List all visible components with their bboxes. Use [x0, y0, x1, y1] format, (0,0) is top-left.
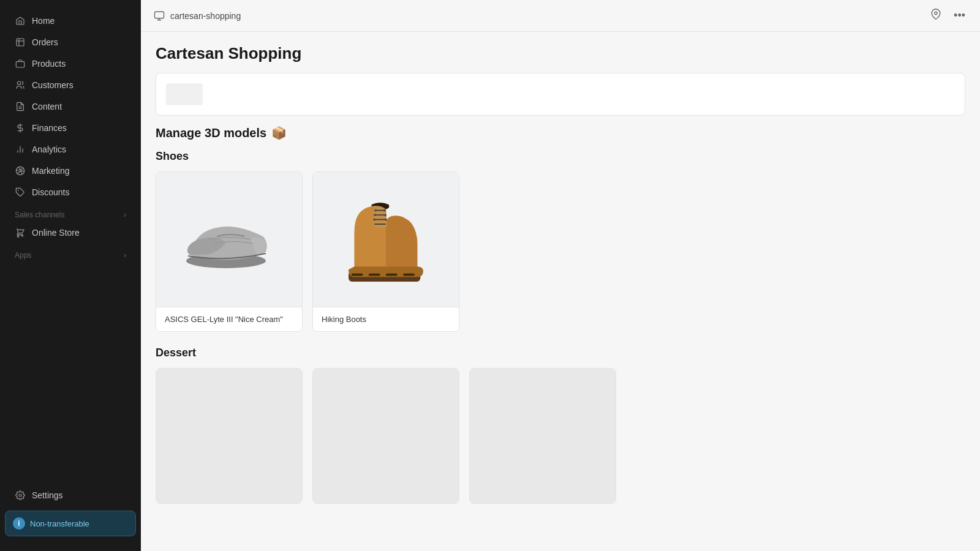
store-name: cartesan-shopping — [170, 11, 241, 21]
product-card-dessert-3[interactable] — [469, 368, 616, 504]
topbar: cartesan-shopping ••• — [141, 0, 980, 32]
svg-point-24 — [374, 214, 376, 216]
shoes-cards-grid: ASICS GEL-Lyte III "Nice Cream" — [156, 171, 965, 332]
asics-card-image — [156, 172, 302, 307]
finances-icon — [15, 122, 26, 133]
dessert-section: Dessert — [156, 347, 965, 504]
sidebar-nav: Home Orders Products Customers Content — [0, 5, 141, 479]
apps-section[interactable]: Apps › — [0, 244, 141, 262]
pin-button[interactable] — [928, 6, 944, 25]
sidebar-item-online-store[interactable]: Online Store — [5, 222, 136, 243]
svg-point-22 — [374, 209, 377, 212]
svg-point-15 — [935, 12, 938, 15]
product-card-hiking-boots[interactable]: Hiking Boots — [312, 171, 459, 332]
sales-channels-section[interactable]: Sales channels › — [0, 203, 141, 222]
page-header: Cartesan Shopping — [141, 32, 980, 73]
asics-card-label: ASICS GEL-Lyte III "Nice Cream" — [156, 307, 302, 331]
dessert-card-placeholder-3 — [470, 369, 616, 503]
top-card — [156, 73, 965, 116]
svg-point-23 — [383, 209, 386, 212]
sidebar-item-marketing[interactable]: Marketing — [5, 160, 136, 181]
svg-point-13 — [19, 494, 21, 497]
dessert-cards-grid — [156, 368, 965, 504]
marketing-icon — [15, 165, 26, 176]
svg-rect-28 — [352, 274, 363, 276]
discounts-icon — [15, 187, 26, 198]
home-icon — [15, 15, 26, 26]
sidebar-item-content[interactable]: Content — [5, 96, 136, 117]
manage-3d-emoji: 📦 — [271, 126, 287, 140]
hiking-boot-svg — [340, 190, 432, 288]
svg-point-25 — [384, 214, 386, 216]
products-icon — [15, 58, 26, 69]
svg-rect-30 — [386, 274, 398, 276]
content-icon — [15, 101, 26, 112]
main-content: cartesan-shopping ••• Cartesan Shopping … — [141, 0, 980, 551]
svg-point-26 — [373, 219, 375, 221]
apps-chevron-icon: › — [124, 251, 126, 260]
settings-icon — [15, 490, 26, 501]
sidebar-item-home[interactable]: Home — [5, 10, 136, 31]
content-area: Manage 3D models 📦 Shoes — [141, 73, 980, 551]
svg-rect-29 — [369, 274, 380, 276]
placeholder-box — [166, 83, 203, 105]
analytics-icon — [15, 144, 26, 155]
hiking-boots-card-image — [313, 172, 459, 307]
info-icon: i — [13, 517, 25, 530]
online-store-icon — [15, 227, 26, 238]
orders-icon — [15, 37, 26, 48]
svg-rect-14 — [155, 12, 164, 18]
svg-rect-31 — [403, 274, 415, 276]
sidebar-item-analytics[interactable]: Analytics — [5, 139, 136, 160]
sidebar: Home Orders Products Customers Content — [0, 0, 141, 551]
sidebar-bottom: Settings i Non-transferable — [0, 479, 141, 546]
shoes-section-title: Shoes — [156, 150, 965, 163]
non-transferable-badge[interactable]: i Non-transferable — [5, 511, 136, 536]
sidebar-item-customers[interactable]: Customers — [5, 75, 136, 96]
sidebar-item-finances[interactable]: Finances — [5, 118, 136, 138]
svg-rect-3 — [16, 62, 24, 67]
topbar-right: ••• — [928, 6, 968, 25]
dessert-section-title: Dessert — [156, 347, 965, 359]
customers-icon — [15, 80, 26, 91]
sidebar-item-discounts[interactable]: Discounts — [5, 182, 136, 203]
svg-point-27 — [385, 219, 387, 221]
sidebar-item-products[interactable]: Products — [5, 53, 136, 74]
shoes-section: Shoes — [156, 150, 965, 332]
sales-channels-chevron-icon: › — [124, 211, 126, 219]
dessert-card-placeholder-1 — [156, 369, 302, 503]
sidebar-item-orders[interactable]: Orders — [5, 32, 136, 53]
topbar-left: cartesan-shopping — [153, 10, 241, 22]
asics-shoe-svg — [183, 206, 275, 273]
dessert-card-placeholder-2 — [313, 369, 459, 503]
sidebar-item-settings[interactable]: Settings — [5, 485, 136, 506]
product-card-asics[interactable]: ASICS GEL-Lyte III "Nice Cream" — [156, 171, 303, 332]
product-card-dessert-1[interactable] — [156, 368, 303, 504]
svg-point-4 — [17, 81, 20, 84]
svg-rect-0 — [17, 39, 24, 46]
page-title: Cartesan Shopping — [156, 44, 965, 63]
content-inner: Manage 3D models 📦 Shoes — [141, 73, 980, 533]
store-icon — [153, 10, 165, 22]
more-button[interactable]: ••• — [951, 7, 968, 24]
hiking-boots-card-label: Hiking Boots — [313, 307, 459, 331]
manage-3d-heading: Manage 3D models 📦 — [156, 126, 965, 140]
product-card-dessert-2[interactable] — [312, 368, 459, 504]
